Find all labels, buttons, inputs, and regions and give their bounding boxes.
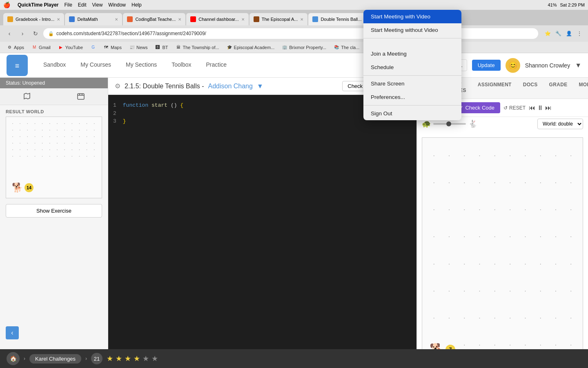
tab-channel[interactable]: Channel dashboar... ✕ — [186, 13, 248, 25]
bookmark-episcopal[interactable]: 🎓 Episcopal Academ... — [224, 44, 277, 51]
home-button[interactable]: 🏠 — [7, 352, 20, 365]
tab-episcopal[interactable]: The Episcopal A... ✕ — [249, 13, 308, 25]
tab-grade[interactable]: GRADE — [543, 78, 573, 99]
world-select[interactable]: World: double World: single World: tripl… — [537, 119, 583, 129]
zoom-menu-quit[interactable]: Sign Out — [363, 107, 461, 120]
tab-docs[interactable]: DOCS — [517, 78, 543, 99]
world-dot — [487, 142, 502, 169]
zoom-menu-share-screen[interactable]: Schedule — [363, 61, 461, 74]
update-button[interactable]: Update — [472, 60, 501, 71]
world-dot — [426, 305, 441, 332]
bookmark-gmail[interactable]: M Gmail — [29, 44, 53, 51]
menu-file[interactable]: File — [65, 2, 72, 8]
menu-window[interactable]: Window — [108, 2, 126, 8]
reset-label: RESET — [509, 105, 526, 111]
bookmark-news[interactable]: 📰 News — [127, 44, 150, 51]
tab-episcopal-close[interactable]: ✕ — [300, 17, 303, 22]
zoom-menu-join-meeting[interactable] — [363, 40, 461, 47]
dot — [47, 153, 53, 159]
tab-channel-close[interactable]: ✕ — [241, 17, 245, 22]
student-dropdown-icon[interactable]: ▼ — [257, 83, 263, 90]
extensions-icon[interactable]: 🔧 — [554, 29, 563, 38]
slider-track[interactable] — [433, 123, 466, 125]
bookmark-google[interactable]: G — [88, 44, 98, 51]
nav-toolbox[interactable]: Toolbox — [164, 53, 198, 77]
code-content[interactable]: function start () { } — [123, 101, 183, 126]
bookmark-apps[interactable]: ⚙ Apps — [4, 44, 27, 51]
world-dot — [533, 223, 548, 250]
dot — [84, 127, 90, 133]
refresh-button[interactable]: ↻ — [30, 28, 41, 39]
zoom-menu-schedule[interactable]: Join a Meeting — [363, 47, 461, 61]
speed-slider[interactable]: 🐢 🐇 — [422, 119, 477, 128]
nav-practice[interactable]: Practice — [198, 53, 234, 77]
zoom-menu-start-without-video[interactable]: Start Meeting without Video — [363, 23, 461, 37]
star-3: ★ — [125, 354, 131, 363]
dot — [17, 133, 23, 140]
tab-double-tennis[interactable]: Double Tennis Ball... ✕ — [308, 13, 371, 25]
tab-deltamath[interactable]: DeltaMath ✕ — [65, 13, 122, 25]
bookmark-township[interactable]: 🏛 The Township of... — [173, 44, 222, 51]
tab-codingbat[interactable]: CodingBat Teache... ✕ — [123, 13, 185, 25]
code-editor[interactable]: 1 2 3 function start () { — [108, 95, 416, 368]
world-dot — [518, 169, 533, 196]
profile-icon[interactable]: 👤 — [564, 29, 573, 38]
bookmark-bt[interactable]: 🅱 BT — [152, 44, 170, 51]
user-avatar[interactable]: 😊 — [506, 58, 520, 73]
status-label: Status: Unopened — [6, 80, 45, 86]
dot — [91, 120, 98, 127]
bookmark-icon[interactable]: ⭐ — [543, 29, 552, 38]
show-exercise-button[interactable]: Show Exercise — [6, 204, 102, 218]
zoom-menu-preferences[interactable]: Share Screen — [363, 77, 461, 90]
step-back-button[interactable]: ⏮ — [529, 104, 535, 112]
svg-rect-2 — [78, 94, 84, 99]
world-dot — [487, 223, 502, 250]
tab-assignment[interactable]: ASSIGNMENT — [472, 78, 517, 99]
assignment-student[interactable]: Addison Chang — [208, 83, 253, 90]
dot — [54, 127, 60, 133]
slider-thumb[interactable] — [446, 121, 451, 126]
user-name: Shannon Crowley — [525, 62, 570, 69]
star-6: ★ — [151, 354, 158, 363]
zoom-menu-start-with-video[interactable]: Start Meeting with Video — [363, 10, 461, 23]
zoom-menu-sep-1 — [363, 38, 461, 38]
app-name[interactable]: QuickTime Player — [18, 2, 59, 8]
step-forward-button[interactable]: ⏭ — [545, 104, 552, 112]
bookmark-maps[interactable]: 🗺 Maps — [101, 44, 124, 51]
nav-my-courses[interactable]: My Courses — [73, 53, 118, 77]
bookmark-youtube[interactable]: ▶ YouTube — [56, 44, 85, 51]
codehs-logo[interactable]: ≡ — [7, 55, 28, 76]
menu-dots-icon[interactable]: ⋮ — [575, 29, 584, 38]
line-numbers: 1 2 3 — [113, 101, 116, 126]
pause-button[interactable]: ⏸ — [537, 104, 543, 112]
sidebar-calendar-icon[interactable] — [54, 88, 108, 105]
forward-button[interactable]: › — [17, 28, 28, 39]
breadcrumb-section[interactable]: Karel Challenges — [29, 354, 81, 364]
user-chevron-icon[interactable]: ▼ — [575, 62, 581, 69]
tab-deltamath-title: DeltaMath — [77, 17, 112, 22]
tab-deltamath-close[interactable]: ✕ — [115, 17, 118, 22]
full-page: 🍎 QuickTime Player File Edit View Window… — [0, 0, 588, 368]
address-bar[interactable]: 🔒 codehs.com/student/3422787/section/149… — [43, 28, 538, 39]
apple-menu[interactable]: 🍎 — [3, 2, 10, 8]
menu-view[interactable]: View — [92, 2, 103, 8]
result-world-label: RESULT WORLD — [0, 105, 108, 117]
sidebar-map-icon[interactable] — [0, 88, 54, 105]
tab-gradebook[interactable]: Gradebook - Intro... ✕ — [3, 13, 64, 25]
tab-more[interactable]: MORE — [573, 78, 588, 99]
dot — [84, 120, 90, 127]
tab-gradebook-close[interactable]: ✕ — [57, 17, 60, 22]
dot — [39, 127, 46, 133]
menu-edit[interactable]: Edit — [78, 2, 87, 8]
codehs-nav: Sandbox My Courses My Sections Toolbox P… — [36, 53, 403, 77]
reset-button[interactable]: ↺ RESET — [503, 105, 526, 111]
bookmark-brixmor[interactable]: 🏢 Brixmor Property... — [279, 44, 329, 51]
back-button[interactable]: ‹ — [4, 28, 15, 39]
nav-my-sections[interactable]: My Sections — [118, 53, 164, 77]
zoom-menu-sign-out[interactable]: Preferences... — [363, 90, 461, 104]
back-nav-button[interactable]: ‹ — [6, 326, 19, 339]
bookmark-cla[interactable]: 📚 The cla... — [331, 44, 362, 51]
tab-codingbat-close[interactable]: ✕ — [178, 17, 181, 22]
nav-sandbox[interactable]: Sandbox — [36, 53, 73, 77]
menu-help[interactable]: Help — [131, 2, 142, 8]
